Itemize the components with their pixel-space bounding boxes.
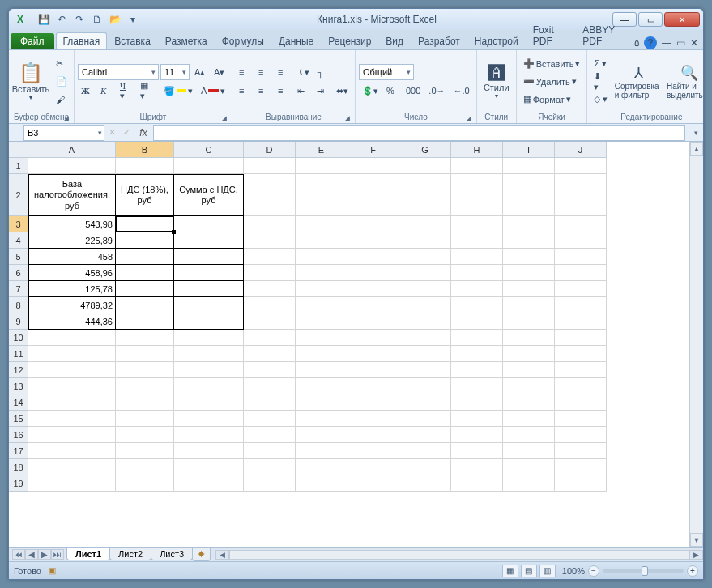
cell[interactable] [503, 378, 555, 394]
cell[interactable] [347, 265, 399, 281]
cell[interactable] [116, 411, 174, 427]
cell[interactable] [555, 346, 607, 362]
delete-cells-button[interactable]: ➖ Удалить ▾ [520, 74, 584, 90]
cell[interactable] [451, 158, 503, 174]
tab-view[interactable]: Вид [378, 32, 411, 49]
dec-decimal-button[interactable]: ←.0 [450, 83, 473, 99]
cell[interactable] [244, 232, 296, 249]
cell[interactable] [116, 216, 174, 232]
row-header[interactable]: 11 [9, 346, 28, 362]
row-header[interactable]: 8 [9, 297, 28, 313]
align-top-button[interactable]: ≡ [236, 64, 254, 80]
cell[interactable] [503, 475, 555, 492]
decrease-indent-button[interactable]: ⇤ [294, 83, 312, 99]
insert-cells-button[interactable]: ➕ Вставить ▾ [520, 56, 584, 72]
cell[interactable] [28, 411, 116, 427]
doc-close-icon[interactable]: ✕ [690, 37, 698, 49]
align-center-button[interactable]: ≡ [255, 83, 273, 99]
styles-button[interactable]: 🅰 Стили ▾ [480, 55, 513, 109]
cell[interactable] [399, 313, 451, 330]
scroll-down-icon[interactable]: ▼ [690, 533, 703, 547]
column-header[interactable]: F [347, 142, 399, 158]
cell[interactable] [503, 443, 555, 459]
cell[interactable] [399, 475, 451, 492]
cell[interactable] [451, 378, 503, 394]
cell[interactable] [28, 475, 116, 492]
cell[interactable]: 458 [28, 249, 116, 265]
wrap-text-button[interactable]: ┐ [314, 64, 332, 80]
cell[interactable] [399, 427, 451, 443]
scroll-right-icon[interactable]: ▶ [689, 550, 703, 560]
scroll-left-icon[interactable]: ◀ [215, 550, 229, 560]
undo-icon[interactable]: ↶ [53, 11, 70, 28]
cell[interactable] [116, 297, 174, 313]
macro-record-icon[interactable]: ▣ [48, 565, 56, 576]
find-select-button[interactable]: 🔍 Найти и выделить [667, 55, 712, 109]
cell[interactable] [116, 443, 174, 459]
tab-review[interactable]: Рецензир [321, 32, 378, 49]
fill-button[interactable]: ⬇ ▾ [590, 74, 611, 90]
cell[interactable] [244, 265, 296, 281]
dialog-launcher-icon[interactable]: ◢ [221, 114, 227, 122]
cell[interactable] [116, 313, 174, 330]
sort-filter-button[interactable]: ⅄ Сортировка и фильтр [615, 55, 663, 109]
row-header[interactable]: 18 [9, 459, 28, 475]
cell[interactable] [296, 232, 347, 249]
cell[interactable] [451, 443, 503, 459]
cell[interactable] [399, 362, 451, 378]
sheet-nav-first-icon[interactable]: ⏮ [12, 549, 25, 560]
border-button[interactable]: ▦ ▾ [137, 83, 158, 99]
cell[interactable] [116, 249, 174, 265]
cell[interactable] [451, 249, 503, 265]
new-sheet-button[interactable]: ✸ [192, 548, 211, 561]
cell[interactable] [296, 265, 347, 281]
cell[interactable] [555, 249, 607, 265]
cell[interactable] [555, 158, 607, 174]
comma-button[interactable]: 000 [403, 83, 424, 99]
cell[interactable] [347, 378, 399, 394]
currency-button[interactable]: 💲▾ [359, 83, 382, 99]
increase-indent-button[interactable]: ⇥ [313, 83, 331, 99]
fx-icon[interactable]: fx [134, 127, 153, 138]
cell[interactable] [28, 459, 116, 475]
cell[interactable] [347, 346, 399, 362]
cell[interactable] [28, 362, 116, 378]
row-header[interactable]: 12 [9, 362, 28, 378]
cell[interactable] [174, 411, 244, 427]
cell[interactable] [555, 427, 607, 443]
row-header[interactable]: 16 [9, 427, 28, 443]
row-header[interactable]: 5 [9, 249, 28, 265]
merge-button[interactable]: ⬌▾ [333, 83, 352, 99]
cell[interactable] [174, 394, 244, 411]
scroll-up-icon[interactable]: ▲ [690, 142, 703, 156]
column-header[interactable]: E [296, 142, 347, 158]
cell[interactable] [399, 281, 451, 297]
cell[interactable] [555, 459, 607, 475]
cell[interactable] [244, 281, 296, 297]
table-header-cell[interactable]: Сумма с НДС, руб [174, 174, 244, 216]
cell[interactable] [296, 216, 347, 232]
table-header-cell[interactable]: База налогообложения, руб [28, 174, 116, 216]
row-header[interactable]: 4 [9, 232, 28, 249]
row-header[interactable]: 13 [9, 378, 28, 394]
format-cells-button[interactable]: ▦ Формат ▾ [520, 92, 584, 108]
cell[interactable] [555, 362, 607, 378]
ribbon-minimize-icon[interactable]: ۵ [634, 37, 639, 49]
cell[interactable] [296, 443, 347, 459]
cell[interactable] [116, 158, 174, 174]
cell[interactable] [244, 249, 296, 265]
cell[interactable] [451, 362, 503, 378]
cell[interactable] [451, 281, 503, 297]
cell[interactable] [555, 216, 607, 232]
row-header[interactable]: 17 [9, 443, 28, 459]
cell[interactable] [555, 313, 607, 330]
cell[interactable] [399, 459, 451, 475]
cell[interactable] [451, 330, 503, 346]
zoom-slider[interactable] [603, 569, 684, 573]
tab-abbyy[interactable]: ABBYY PDF [575, 21, 634, 49]
number-format-combo[interactable]: Общий [359, 64, 414, 80]
cell[interactable] [296, 475, 347, 492]
cell[interactable] [28, 158, 116, 174]
align-left-button[interactable]: ≡ [236, 83, 254, 99]
cell[interactable] [174, 427, 244, 443]
